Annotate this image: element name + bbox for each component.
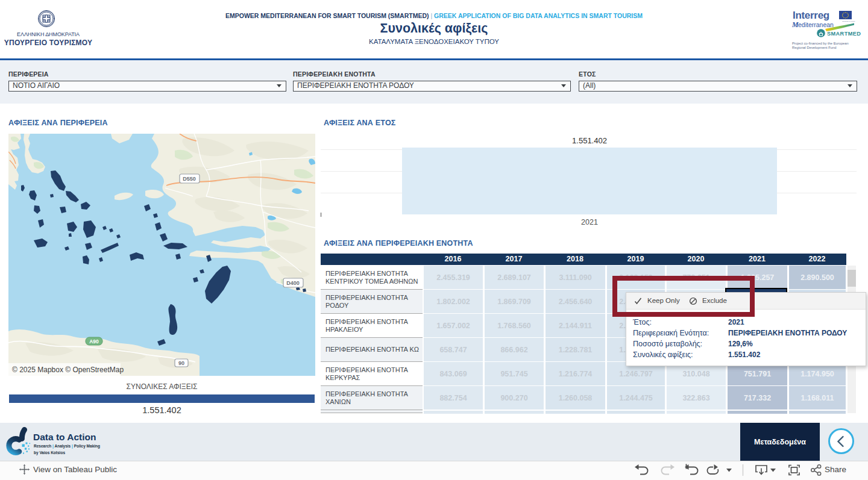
svg-text:EUROPEAN UNION: EUROPEAN UNION bbox=[843, 20, 855, 22]
svg-text:© 2025 Mapbox © OpenStreetMap: © 2025 Mapbox © OpenStreetMap bbox=[12, 366, 124, 374]
svg-text:Regional Development Fund: Regional Development Fund bbox=[792, 46, 836, 49]
svg-text:D400: D400 bbox=[286, 280, 300, 286]
svg-text:SMARTMED: SMARTMED bbox=[827, 31, 861, 37]
svg-text:D550: D550 bbox=[183, 176, 196, 182]
svg-text:A90: A90 bbox=[89, 338, 99, 344]
svg-text:Interreg: Interreg bbox=[793, 10, 829, 21]
svg-text:90: 90 bbox=[178, 360, 184, 366]
svg-text:editerranean: editerranean bbox=[798, 21, 834, 28]
svg-text:Project co-financed by the Eur: Project co-financed by the European bbox=[792, 42, 849, 45]
